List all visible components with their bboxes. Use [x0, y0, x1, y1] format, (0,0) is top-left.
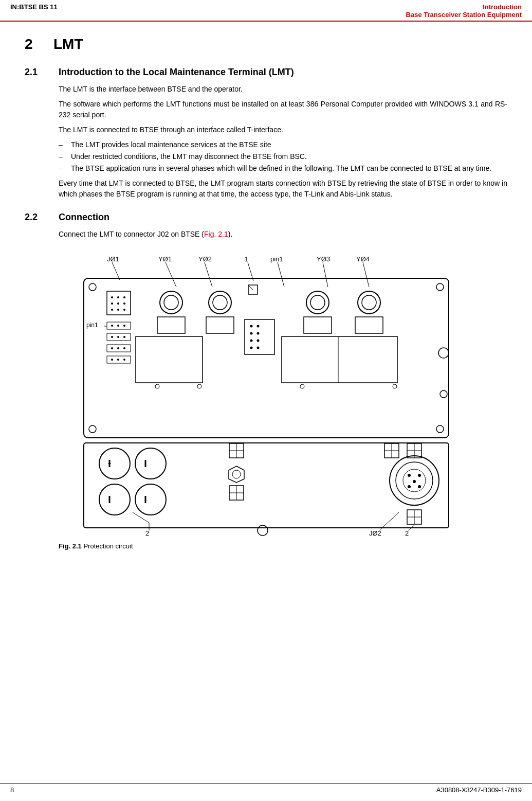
label-2-left: 2 — [145, 529, 149, 537]
header-left-title: IN:BTSE BS 11 — [10, 3, 58, 11]
circular-y04-outer — [358, 291, 380, 314]
list-item-2-text: Under restricted conditions, the LMT may… — [71, 151, 307, 162]
list-dash-1: – — [59, 139, 67, 150]
bottom-hole-center — [258, 525, 268, 536]
circular-y03-inner — [310, 295, 325, 310]
rect-y01-block — [157, 317, 185, 333]
label-y03: YØ3 — [317, 255, 330, 263]
list-dash-3: – — [59, 163, 67, 174]
corner-hole-br — [436, 425, 444, 433]
svg-point-21 — [250, 325, 252, 328]
svg-point-12 — [111, 336, 113, 338]
label-j01: JØ1 — [107, 255, 119, 263]
section-2-2-para1-end: ). — [228, 230, 233, 238]
figure-2-1-container: JØ1 YØ1 YØ2 1 pin1 YØ3 YØ4 — [25, 250, 507, 550]
section-2-2-para1: Connect the LMT to connector J02 on BTSE… — [59, 229, 507, 240]
list-item-1: – The LMT provides local maintenance ser… — [59, 139, 507, 150]
main-content: 2 LMT 2.1 Introduction to the Local Main… — [0, 22, 532, 591]
svg-point-8 — [123, 309, 125, 311]
svg-point-9 — [111, 325, 113, 327]
center-pin-block — [245, 319, 274, 354]
svg-point-10 — [117, 325, 119, 327]
svg-point-23 — [250, 332, 252, 335]
j02-pin1 — [408, 474, 411, 477]
list-item-3-text: The BTSE application runs in several pha… — [71, 163, 491, 174]
circular-y02-inner — [213, 295, 227, 310]
circular-y01-outer — [160, 291, 182, 314]
svg-point-18 — [111, 359, 113, 361]
handle-br-l — [135, 484, 166, 515]
list-dash-2: – — [59, 151, 67, 162]
svg-point-6 — [111, 309, 113, 311]
handle-tr-l — [135, 448, 166, 479]
list-item-1-text: The LMT provides local maintenance servi… — [71, 139, 271, 150]
figure-caption-text: Protection circuit — [83, 542, 133, 550]
section-2-1-para4: Every time that LMT is connected to BTSE… — [59, 178, 507, 200]
section-2-2-title: Connection — [59, 212, 109, 223]
line-pin1 — [278, 262, 284, 287]
svg-point-5 — [123, 302, 125, 305]
section-2-1-para1: The LMT is the interface between BTSE an… — [59, 84, 507, 95]
j02-pin4 — [408, 485, 411, 488]
svg-point-0 — [111, 296, 113, 298]
screw-rmr — [393, 384, 397, 388]
header-doc-title: Base Transceiver Station Equipment — [406, 11, 522, 19]
section-2-2-para1-text: Connect the LMT to connector J02 on BTSE… — [59, 230, 204, 238]
rect-y03-block — [304, 317, 332, 333]
figure-2-1-diagram: JØ1 YØ1 YØ2 1 pin1 YØ3 YØ4 — [66, 250, 467, 538]
right-mount-hole — [440, 390, 447, 398]
svg-point-28 — [256, 347, 259, 349]
corner-hole-tl — [89, 283, 96, 291]
svg-point-13 — [117, 336, 119, 338]
header-section-title: Introduction — [483, 3, 522, 11]
pin1-label-left: pin1 — [86, 322, 98, 329]
screw-rml — [300, 384, 304, 388]
circular-y04-inner — [362, 295, 376, 310]
chapter-title: LMT — [53, 36, 83, 52]
section-2-1-heading: 2.1 Introduction to the Local Maintenanc… — [25, 67, 507, 78]
svg-point-4 — [117, 302, 119, 305]
svg-point-11 — [123, 325, 125, 327]
hex-nut — [229, 466, 244, 483]
circular-y02-outer — [209, 291, 231, 314]
line-y02 — [205, 262, 212, 287]
line-y03 — [323, 262, 328, 287]
chapter-heading: 2 LMT — [25, 36, 507, 52]
svg-point-2 — [123, 296, 125, 298]
list-item-3: – The BTSE application runs in several p… — [59, 163, 507, 174]
screw-mr — [197, 384, 201, 388]
handle-bl — [99, 484, 130, 515]
center-sq-diag — [248, 285, 253, 290]
rect-y02-block — [206, 317, 234, 333]
section-2-1-number: 2.1 — [25, 67, 50, 78]
chapter-number: 2 — [25, 36, 45, 52]
section-2-1-title: Introduction to the Local Maintenance Te… — [59, 67, 294, 78]
svg-point-19 — [117, 359, 119, 361]
section-2-1-list: – The LMT provides local maintenance ser… — [59, 139, 507, 174]
circular-y01-inner — [164, 295, 178, 310]
label-2-right: 2 — [405, 529, 409, 537]
svg-point-25 — [250, 340, 252, 342]
board-outline — [84, 278, 449, 438]
section-2-1-para2: The software which performs the LMT func… — [59, 99, 507, 120]
svg-point-7 — [117, 309, 119, 311]
list-item-2: – Under restricted conditions, the LMT m… — [59, 151, 507, 162]
svg-point-17 — [123, 347, 125, 349]
svg-point-22 — [256, 325, 259, 328]
svg-point-27 — [250, 347, 252, 349]
module-right — [282, 336, 397, 383]
footer-page-number: 8 — [10, 786, 14, 794]
header-right: Introduction Base Transceiver Station Eq… — [406, 3, 522, 19]
svg-point-1 — [117, 296, 119, 298]
j02-pin2 — [418, 474, 421, 477]
section-2-2: 2.2 Connection Connect the LMT to connec… — [25, 212, 507, 550]
section-2-2-fig-link[interactable]: Fig. 2.1 — [204, 230, 228, 238]
line-y04 — [363, 262, 369, 287]
svg-point-20 — [123, 359, 125, 361]
svg-point-16 — [117, 347, 119, 349]
svg-point-3 — [111, 302, 113, 305]
circular-y03-outer — [306, 291, 329, 314]
page-footer: 8 A30808-X3247-B309-1-7619 — [0, 784, 532, 794]
rect-y04-block — [355, 317, 383, 333]
j02-pin3 — [413, 480, 416, 483]
